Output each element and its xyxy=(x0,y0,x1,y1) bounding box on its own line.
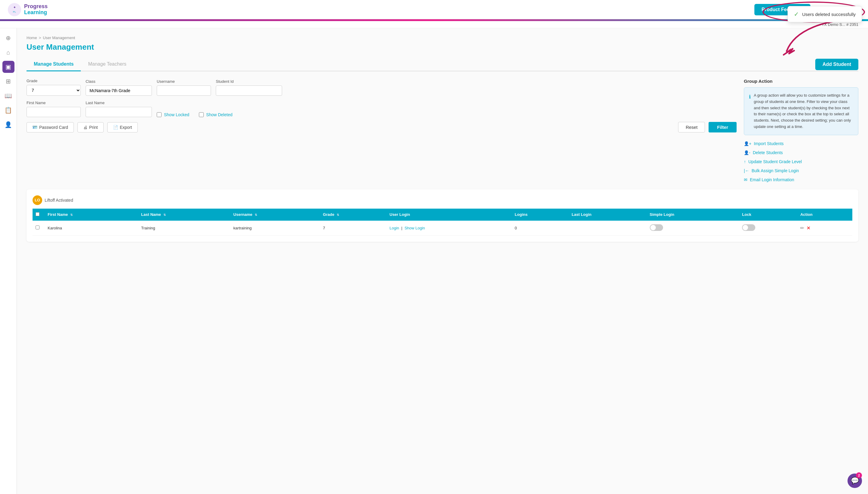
sidebar-item-report[interactable]: 📋 xyxy=(2,104,15,116)
sidebar-item-home[interactable]: ⌂ xyxy=(2,46,15,58)
grade-sort-icon: ⇅ xyxy=(337,213,339,216)
logo-progress: Progress xyxy=(24,4,48,10)
student-id-input[interactable] xyxy=(216,86,282,96)
filter-button[interactable]: Filter xyxy=(709,122,737,132)
filter-section: Grade 7 Class Username Student I xyxy=(26,79,737,182)
update-grade-label: Update Student Grade Level xyxy=(748,159,802,164)
bulk-assign-link[interactable]: |← Bulk Assign Simple Login xyxy=(744,168,858,173)
delete-icon[interactable]: ✕ xyxy=(807,225,810,231)
table-header-grade[interactable]: Grade ⇅ xyxy=(320,209,387,221)
table-header-first-name[interactable]: First Name ⇅ xyxy=(44,209,138,221)
sidebar-item-user[interactable]: 👤 xyxy=(2,119,15,131)
sidebar-item-book[interactable]: 📖 xyxy=(2,90,15,102)
lock-toggle[interactable] xyxy=(742,224,755,231)
svg-text:PL: PL xyxy=(13,11,16,13)
show-locked-checkbox[interactable] xyxy=(157,112,162,117)
account-label: TX Demo S... # 2351 xyxy=(822,22,858,27)
print-button[interactable]: 🖨 Print xyxy=(77,122,104,132)
show-locked-text: Show Locked xyxy=(164,112,189,117)
row-checkbox[interactable] xyxy=(36,226,39,229)
update-grade-link[interactable]: ↑ Update Student Grade Level xyxy=(744,159,858,164)
export-label: Export xyxy=(120,125,132,130)
right-action-buttons: Reset Filter xyxy=(678,122,737,132)
logo-learning: Learning xyxy=(24,10,48,16)
login-link[interactable]: Login xyxy=(390,226,399,230)
show-locked-label[interactable]: Show Locked xyxy=(157,112,189,117)
password-card-label: Password Card xyxy=(39,125,68,130)
print-label: Print xyxy=(89,125,98,130)
class-label: Class xyxy=(86,79,152,84)
table-header-user-login: User Login xyxy=(387,209,512,221)
update-grade-icon: ↑ xyxy=(744,159,746,164)
breadcrumb-current: User Management xyxy=(43,36,75,40)
reset-button[interactable]: Reset xyxy=(678,122,705,132)
tab-manage-teachers[interactable]: Manage Teachers xyxy=(81,58,133,71)
breadcrumb-sep: > xyxy=(39,36,41,40)
sidebar-item-grid[interactable]: ⊞ xyxy=(2,75,15,87)
logo-text: Progress Learning xyxy=(24,4,48,16)
filter-row-1: Grade 7 Class Username Student I xyxy=(26,79,737,96)
toast-notification: ✓ Users deleted successfully xyxy=(788,6,862,22)
group-action-panel: Group Action ℹ A group action will allow… xyxy=(744,79,858,182)
show-deleted-checkbox[interactable] xyxy=(199,112,204,117)
delete-icon: 👤- xyxy=(744,150,751,155)
export-button[interactable]: 📄 Export xyxy=(107,122,138,132)
toast-message: Users deleted successfully xyxy=(802,12,856,17)
select-all-checkbox[interactable] xyxy=(36,212,39,216)
username-label: Username xyxy=(157,79,211,84)
row-action: ✏ ✕ xyxy=(797,221,852,236)
row-username: kartraining xyxy=(230,221,320,236)
table-header-last-name[interactable]: Last Name ⇅ xyxy=(138,209,230,221)
students-table: First Name ⇅ Last Name ⇅ Username ⇅ Grad… xyxy=(33,209,852,236)
show-deleted-label[interactable]: Show Deleted xyxy=(199,112,232,117)
import-students-label: Import Students xyxy=(754,141,784,146)
filter-row-2: First Name Last Name Show Locked xyxy=(26,100,737,117)
simple-login-toggle[interactable] xyxy=(650,224,663,231)
bulk-assign-icon: |← xyxy=(744,168,749,173)
tab-manage-students[interactable]: Manage Students xyxy=(26,58,81,71)
table-header-check xyxy=(33,209,44,221)
username-input[interactable] xyxy=(157,86,211,96)
grade-select[interactable]: 7 xyxy=(26,85,81,96)
show-login-link[interactable]: Show Login xyxy=(404,226,425,230)
delete-students-link[interactable]: 👤- Delete Students xyxy=(744,150,858,155)
group-action-title: Group Action xyxy=(744,79,858,84)
liftoff-badge: LO xyxy=(33,195,42,205)
row-logins: 0 xyxy=(512,221,569,236)
sidebar-item-dashboard[interactable]: ▣ xyxy=(2,61,15,73)
row-simple-login xyxy=(647,221,739,236)
table-header-lock: Lock xyxy=(739,209,797,221)
first-name-input[interactable] xyxy=(26,107,81,117)
export-icon: 📄 xyxy=(113,125,118,130)
sidebar: ⊕ ⌂ ▣ ⊞ 📖 📋 👤 xyxy=(0,28,17,494)
show-deleted-text: Show Deleted xyxy=(206,112,232,117)
password-card-button[interactable]: 🪪 Password Card xyxy=(26,122,74,132)
student-id-filter: Student Id xyxy=(216,79,282,96)
import-students-link[interactable]: 👤+ Import Students xyxy=(744,141,858,146)
grade-label: Grade xyxy=(26,79,81,83)
edit-icon[interactable]: ✏ xyxy=(800,225,804,231)
student-id-label: Student Id xyxy=(216,79,282,84)
row-user-login: Login | Show Login xyxy=(387,221,512,236)
first-name-filter: First Name xyxy=(26,100,81,117)
table-header-username[interactable]: Username ⇅ xyxy=(230,209,320,221)
email-login-link[interactable]: ✉ Email Login Information xyxy=(744,177,858,182)
layout: ⊕ ⌂ ▣ ⊞ 📖 📋 👤 Home > User Management Use… xyxy=(0,28,868,494)
chat-badge: 2 xyxy=(856,472,862,478)
header: ✦ PL Progress Learning Product Feedback … xyxy=(0,0,868,19)
action-buttons-row: 🪪 Password Card 🖨 Print 📄 Export xyxy=(26,122,737,132)
row-first-name: Karolina xyxy=(44,221,138,236)
last-name-filter: Last Name xyxy=(86,100,152,117)
add-student-button[interactable]: Add Student xyxy=(815,59,858,70)
row-grade: 7 xyxy=(320,221,387,236)
username-filter: Username xyxy=(157,79,211,96)
filter-group-action: Grade 7 Class Username Student I xyxy=(26,79,858,182)
row-last-login xyxy=(569,221,647,236)
breadcrumb-home[interactable]: Home xyxy=(26,36,37,40)
class-input[interactable] xyxy=(86,86,152,96)
password-card-icon: 🪪 xyxy=(32,125,37,130)
info-icon: ℹ xyxy=(749,93,751,130)
sidebar-item-add[interactable]: ⊕ xyxy=(2,32,15,44)
last-name-input[interactable] xyxy=(86,107,152,117)
table-body: Karolina Training kartraining 7 Login | … xyxy=(33,221,852,236)
